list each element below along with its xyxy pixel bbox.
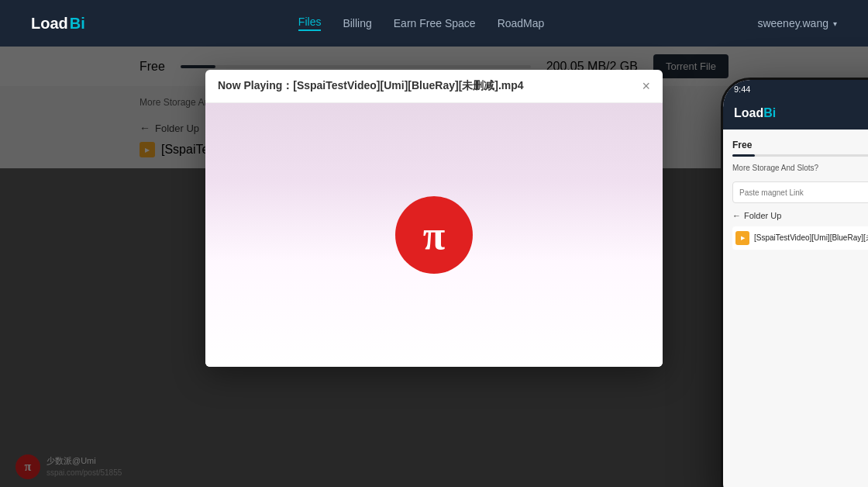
- user-dropdown-caret: ▾: [833, 19, 837, 28]
- pi-logo: π: [395, 196, 473, 274]
- phone-magnet-row: + ↑: [732, 181, 868, 203]
- logo-bi: Bi: [70, 15, 85, 33]
- phone-progress-fill: [732, 154, 755, 157]
- phone-file-name: [SspaiTestVideo][Umi][BlueRay][未删减].mp4: [754, 233, 868, 244]
- modal-title: Now Playing：[SspaiTestVideo][Umi][BlueRa…: [218, 79, 524, 93]
- phone-navbar: LoadBi ☰: [723, 98, 868, 130]
- phone-file-icon: ▶: [735, 231, 749, 245]
- modal-header: Now Playing：[SspaiTestVideo][Umi][BlueRa…: [205, 70, 663, 103]
- video-modal: Now Playing：[SspaiTestVideo][Umi][BlueRa…: [205, 70, 663, 367]
- phone-magnet-input[interactable]: [732, 181, 868, 203]
- phone-logo: LoadBi: [734, 106, 776, 120]
- phone-file-row[interactable]: ▶ [SspaiTestVideo][Umi][BlueRay][未删减].mp…: [732, 226, 868, 250]
- phone-more-storage-row: More Storage And Slots? + Upgrade: [732, 160, 868, 174]
- username: sweeney.wang: [757, 17, 828, 29]
- phone-status-bar: 9:44 0.84K/s ★ 95%: [723, 80, 868, 98]
- phone-storage-label: Free: [732, 140, 752, 150]
- nav-files[interactable]: Files: [298, 16, 322, 31]
- phone-logo-load: Load: [734, 106, 763, 120]
- phone-screen: 9:44 0.84K/s ★ 95% LoadBi ☰: [723, 80, 868, 487]
- logo-load: Load: [31, 15, 68, 33]
- phone-body: 9:44 0.84K/s ★ 95% LoadBi ☰: [721, 78, 868, 487]
- phone-more-storage: More Storage And Slots?: [732, 164, 818, 172]
- main-area: Free 200.05 MB/2 GB Torrent File More St…: [0, 47, 868, 487]
- nav-earn-free-space[interactable]: Earn Free Space: [394, 17, 476, 29]
- phone-progress-bar: [732, 154, 868, 157]
- phone-time: 9:44: [734, 85, 750, 94]
- phone-logo-bi: Bi: [763, 106, 776, 120]
- phone-folder-up[interactable]: ← Folder Up: [732, 211, 868, 220]
- phone-folder-up-label: Folder Up: [744, 211, 781, 220]
- modal-overlay: Now Playing：[SspaiTestVideo][Umi][BlueRa…: [0, 47, 868, 487]
- phone-folder-up-arrow: ←: [732, 211, 741, 220]
- modal-close-button[interactable]: ×: [642, 79, 650, 93]
- navbar: LoadBi Files Billing Earn Free Space Roa…: [0, 0, 868, 47]
- logo: LoadBi: [31, 15, 85, 33]
- user-menu[interactable]: sweeney.wang ▾: [757, 17, 837, 29]
- nav-billing[interactable]: Billing: [343, 17, 371, 29]
- nav-roadmap[interactable]: RoadMap: [498, 17, 545, 29]
- phone-file-left: ▶ [SspaiTestVideo][Umi][BlueRay][未删减].mp…: [735, 231, 868, 245]
- phone-storage-row: Free 200.05 MB/2 GB: [732, 137, 868, 151]
- phone-mockup: 9:44 0.84K/s ★ 95% LoadBi ☰: [721, 78, 868, 487]
- nav-links: Files Billing Earn Free Space RoadMap: [298, 16, 544, 31]
- phone-file-icon-char: ▶: [741, 235, 745, 241]
- modal-body: π: [205, 103, 663, 367]
- phone-content: Free 200.05 MB/2 GB More Storage And Slo…: [723, 130, 868, 487]
